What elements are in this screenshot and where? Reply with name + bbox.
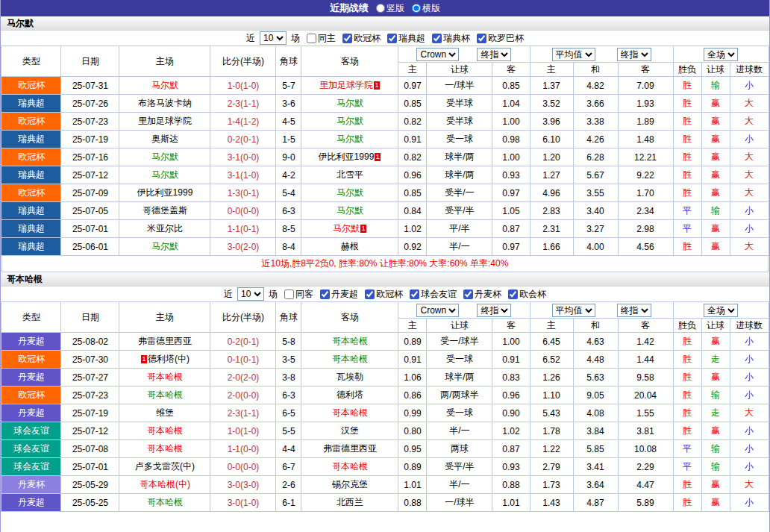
match-score[interactable]: 3-1(1-0)	[210, 166, 276, 184]
away-team[interactable]: 哥本哈根	[332, 407, 368, 418]
away-team[interactable]: 北西兰	[337, 497, 363, 507]
away-team[interactable]: 马尔默	[337, 98, 363, 108]
home-team[interactable]: 1德利塔(中)	[140, 354, 190, 364]
same-venue-filter-checkbox[interactable]	[307, 34, 316, 43]
match-score[interactable]: 1-0(1-0)	[210, 77, 276, 95]
home-team[interactable]: 马尔默	[151, 151, 178, 162]
bookmaker-select[interactable]: Crown	[416, 304, 459, 317]
away-team[interactable]: 马尔默	[337, 134, 363, 144]
euro-index-select[interactable]: 终指	[617, 304, 651, 317]
league-filter-checkbox[interactable]	[320, 290, 330, 299]
home-team[interactable]: 哥本哈根	[147, 425, 183, 436]
recent-count-select[interactable]: 10	[237, 287, 264, 301]
league-filter-checkbox[interactable]	[463, 290, 473, 299]
match-score[interactable]: 2-3(1-1)	[210, 404, 276, 422]
euro-index-select[interactable]: 终指	[617, 48, 651, 61]
match-score[interactable]: 0-2(0-1)	[210, 131, 276, 148]
match-score[interactable]: 1-1(0-1)	[210, 220, 276, 238]
ah-index-select[interactable]: 终指	[477, 48, 511, 61]
league-filter[interactable]: 瑞典超	[383, 32, 425, 45]
euro-avg-select[interactable]: 平均值	[552, 304, 595, 317]
away-team[interactable]: 马尔默	[337, 116, 363, 126]
league-filter-checkbox[interactable]	[365, 290, 375, 299]
league-filter-checkbox[interactable]	[387, 34, 397, 43]
home-team[interactable]: 马尔默	[151, 241, 178, 251]
away-team[interactable]: 哥本哈根	[332, 354, 368, 364]
league-filter[interactable]: 欧冠杯	[338, 32, 381, 45]
euro-avg-select[interactable]: 平均值	[552, 48, 595, 61]
away-team[interactable]: 哥本哈根	[332, 336, 368, 346]
away-team[interactable]: 伊比利亚19991	[319, 151, 382, 162]
home-team[interactable]: 哥本哈根	[147, 389, 183, 400]
away-team[interactable]: 汉堡	[341, 425, 359, 436]
league-filter-checkbox[interactable]	[342, 34, 352, 43]
home-team[interactable]: 弗雷德里西亚	[138, 336, 192, 346]
away-team[interactable]: 哥本哈根	[332, 461, 368, 472]
home-team[interactable]: 哥德堡盖斯	[143, 205, 187, 216]
league-filter[interactable]: 球会友谊	[405, 288, 457, 301]
home-team[interactable]: 维堡	[156, 407, 174, 418]
league-filter[interactable]: 欧会杯	[504, 288, 546, 301]
same-venue-filter[interactable]: 同主	[302, 32, 336, 45]
match-score[interactable]: 3-1(0-0)	[210, 148, 276, 166]
league-filter-checkbox[interactable]	[477, 34, 486, 43]
match-score[interactable]: 1-1(0-0)	[210, 440, 276, 458]
away-team[interactable]: 德利塔	[337, 389, 363, 400]
league-filter[interactable]: 丹麦超	[316, 288, 358, 301]
home-team[interactable]: 哥本哈根(中)	[140, 479, 190, 489]
away-team[interactable]: 里加足球学院1	[319, 80, 381, 90]
home-team[interactable]: 马尔默	[151, 169, 178, 180]
same-venue-filter[interactable]: 同客	[280, 288, 313, 301]
home-team[interactable]: 卢多戈雷茨(中)	[135, 461, 195, 472]
league-filter-checkbox[interactable]	[410, 290, 419, 299]
home-team[interactable]: 哥本哈根	[147, 372, 183, 382]
match-score[interactable]: 1-0(1-0)	[210, 422, 276, 440]
league-filter[interactable]: 丹麦杯	[459, 288, 501, 301]
match-score[interactable]: 3-0(3-0)	[210, 476, 276, 494]
match-score[interactable]: 3-0(1-0)	[210, 494, 276, 512]
same-venue-filter-checkbox[interactable]	[284, 290, 294, 299]
match-score[interactable]: 1-3(0-1)	[210, 184, 276, 202]
ah-away-odds: 1.04	[492, 95, 530, 113]
horizontal-layout-radio[interactable]	[412, 4, 421, 13]
match-score[interactable]: 2-0(0-0)	[210, 387, 276, 404]
away-team[interactable]: 弗雷德里西亚	[323, 443, 377, 454]
away-team[interactable]: 马尔默1	[333, 223, 367, 234]
away-team[interactable]: 北雪平	[337, 169, 363, 180]
match-score[interactable]: 2-3(1-1)	[210, 95, 276, 113]
home-team[interactable]: 哥本哈根	[147, 497, 183, 507]
home-team[interactable]: 奥斯达	[151, 134, 178, 144]
home-team[interactable]: 米亚尔比	[147, 223, 183, 234]
away-team[interactable]: 锡尔克堡	[332, 479, 368, 489]
league-filter-checkbox[interactable]	[432, 34, 442, 43]
home-team[interactable]: 伊比利亚1999	[137, 187, 193, 198]
ah-index-select[interactable]: 终指	[477, 304, 511, 317]
match-score[interactable]: 0-0(0-0)	[210, 458, 276, 476]
vertical-layout-radio[interactable]	[376, 4, 385, 13]
league-filter[interactable]: 欧罗巴杯	[472, 32, 524, 45]
bookmaker-select[interactable]: Crown	[416, 48, 459, 61]
away-team[interactable]: 瓦埃勒	[337, 372, 363, 382]
away-team[interactable]: 马尔默	[337, 205, 363, 216]
match-scope-select[interactable]: 全场	[704, 304, 738, 317]
home-team[interactable]: 布洛马波卡纳	[138, 98, 192, 108]
league-filter[interactable]: 欧冠杯	[360, 288, 403, 301]
match-score[interactable]: 0-2(0-1)	[210, 333, 276, 351]
match-score[interactable]: 2-0(2-0)	[210, 369, 276, 387]
match-score[interactable]: 1-4(1-2)	[210, 113, 276, 131]
layout-option-vertical[interactable]: 竖版	[376, 2, 404, 15]
layout-option-horizontal[interactable]: 横版	[412, 2, 440, 15]
match-score[interactable]: 0-1(0-1)	[210, 351, 276, 369]
league-filter-checkbox[interactable]	[508, 290, 518, 299]
league-filter[interactable]: 瑞典杯	[428, 32, 470, 45]
away-team[interactable]: 马尔默	[337, 187, 363, 198]
match-score[interactable]: 3-0(2-0)	[210, 238, 276, 256]
recent-count-select[interactable]: 10	[260, 31, 287, 45]
match-scope-select[interactable]: 全场	[704, 48, 738, 61]
home-team[interactable]: 哥本哈根	[147, 443, 183, 454]
home-team[interactable]: 里加足球学院	[138, 116, 192, 126]
away-team[interactable]: 赫根	[341, 241, 359, 251]
home-team[interactable]: 马尔默	[151, 80, 178, 90]
match-row: 球会友谊25-07-12哥本哈根1-0(1-0)5-5汉堡0.80半/一1.02…	[1, 422, 769, 440]
match-score[interactable]: 0-0(0-0)	[210, 202, 276, 220]
